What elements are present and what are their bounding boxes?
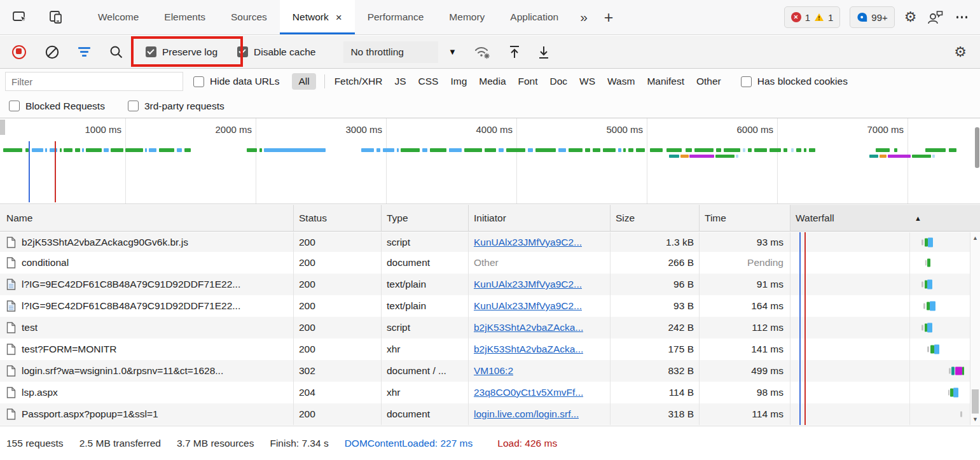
initiator-link[interactable]: VM106:2 [474, 365, 513, 377]
filter-type-js[interactable]: JS [394, 76, 406, 87]
blocked-requests-checkbox[interactable] [9, 101, 20, 111]
filter-type-other[interactable]: Other [696, 76, 721, 87]
file-icon [6, 365, 16, 377]
column-header-status[interactable]: Status [294, 205, 382, 231]
import-har-icon[interactable] [507, 45, 521, 60]
initiator-link[interactable]: KunUAlx23JMfVya9C2... [474, 279, 582, 290]
waterfall-bar-gray [948, 390, 949, 396]
initiator-link[interactable]: KunUAlx23JMfVya9C2... [474, 300, 582, 312]
overview-tick-label: 5000 ms [590, 124, 643, 135]
issues-badge[interactable]: ✕ 1 1 [784, 6, 841, 28]
filter-type-font[interactable]: Font [518, 76, 538, 87]
preserve-log-checkbox-group[interactable]: Preserve log [146, 46, 217, 58]
tab-welcome[interactable]: Welcome [85, 0, 151, 34]
disable-cache-checkbox-group[interactable]: Disable cache [237, 46, 315, 58]
filter-type-css[interactable]: CSS [418, 76, 439, 87]
request-type-cell: text/plain [382, 295, 469, 317]
table-row[interactable]: test200scriptb2jK53ShtA2vbaZAcka...242 B… [0, 317, 980, 338]
table-row[interactable]: login.srf?wa=wsignin1.0&rpsnv=11&ct=1628… [0, 360, 980, 382]
device-emulation-icon[interactable] [47, 9, 65, 25]
throttling-select[interactable]: No throttling [343, 41, 438, 63]
third-party-requests-group[interactable]: 3rd-party requests [128, 101, 224, 112]
filter-type-media[interactable]: Media [479, 76, 506, 87]
blocked-requests-group[interactable]: Blocked Requests [9, 101, 105, 112]
more-tabs-icon[interactable]: » [571, 0, 597, 34]
overview-scrollbar-thumb[interactable] [975, 127, 979, 168]
clear-network-log-icon[interactable] [45, 45, 60, 60]
column-header-initiator[interactable]: Initiator [469, 205, 611, 231]
tab-application[interactable]: Application [497, 0, 571, 34]
disable-cache-checkbox[interactable] [237, 46, 248, 57]
filter-type-img[interactable]: Img [450, 76, 467, 87]
filter-type-fetch-xhr[interactable]: Fetch/XHR [335, 76, 383, 87]
scrollbar-thumb[interactable] [972, 389, 979, 414]
new-tab-icon[interactable]: + [597, 0, 621, 34]
more-options-icon[interactable] [954, 16, 970, 18]
scroll-up-icon[interactable]: ▲ [970, 235, 980, 241]
filter-type-wasm[interactable]: Wasm [607, 76, 635, 87]
overview-request-segment [145, 148, 147, 152]
overview-request-segment [535, 148, 556, 152]
third-party-requests-checkbox[interactable] [128, 101, 139, 111]
overview-request-segment [50, 148, 57, 152]
record-network-log-button[interactable] [12, 45, 26, 59]
messages-badge[interactable]: 99+ [850, 6, 894, 28]
initiator-link[interactable]: b2jK53ShtA2vbaZAcka... [474, 322, 583, 333]
column-header-type[interactable]: Type [382, 205, 469, 231]
overview-request-segment [724, 148, 740, 152]
overview-request-segment [949, 148, 956, 152]
request-status-cell: 200 [294, 274, 382, 295]
filter-type-all[interactable]: All [292, 73, 315, 90]
request-type-cell: document [382, 252, 469, 274]
column-header-time[interactable]: Time [700, 205, 790, 231]
has-blocked-cookies-checkbox[interactable] [741, 76, 752, 87]
tab-sources[interactable]: Sources [218, 0, 280, 34]
network-settings-gear-icon[interactable]: ⚙ [954, 45, 967, 59]
filter-row: Hide data URLs All Fetch/XHRJSCSSImgMedi… [0, 69, 980, 94]
request-type-cell: script [382, 232, 469, 252]
scroll-down-icon[interactable]: ▼ [970, 416, 980, 422]
table-row[interactable]: b2jK53ShtA2vbaZAckacg90Gv6k.br.js200scri… [0, 232, 980, 252]
table-row[interactable]: lsp.aspx204xhr23q8CO0yCt1v5XmvFf...114 B… [0, 382, 980, 403]
filter-icon[interactable] [78, 47, 90, 57]
feedback-icon[interactable] [927, 9, 944, 25]
tab-network[interactable]: Network× [280, 0, 355, 34]
tab-memory[interactable]: Memory [436, 0, 497, 34]
table-row[interactable]: l?IG=9EC42DF61C8B48A79C91D92DDF71E22...2… [0, 274, 980, 295]
network-conditions-icon[interactable] [473, 44, 492, 60]
initiator-link[interactable]: KunUAlx23JMfVya9C2... [474, 237, 582, 248]
tab-elements[interactable]: Elements [151, 0, 218, 34]
overview-request-segment [783, 148, 787, 152]
tab-performance[interactable]: Performance [355, 0, 437, 34]
dom-content-loaded-time[interactable]: DOMContentLoaded: 227 ms [345, 438, 473, 449]
filter-input[interactable] [5, 72, 183, 91]
table-scrollbar[interactable]: ▲ ▼ [970, 232, 980, 425]
network-overview-timeline[interactable]: 1000 ms2000 ms3000 ms4000 ms5000 ms6000 … [0, 118, 980, 204]
table-row[interactable]: l?IG=9EC42DF61C8B48A79C91D92DDF71E22...2… [0, 295, 980, 317]
table-row[interactable]: Passport.aspx?popup=1&ssl=1200documentlo… [0, 403, 980, 425]
filter-type-manifest[interactable]: Manifest [647, 76, 684, 87]
devtools-settings-gear-icon[interactable]: ⚙ [904, 10, 917, 24]
hide-data-urls-group[interactable]: Hide data URLs [193, 76, 279, 87]
search-icon[interactable] [109, 45, 123, 59]
initiator-link[interactable]: login.live.com/login.srf... [474, 408, 579, 420]
close-icon[interactable]: × [336, 12, 342, 23]
has-blocked-cookies-group[interactable]: Has blocked cookies [741, 76, 848, 87]
filter-type-doc[interactable]: Doc [550, 76, 568, 87]
load-time[interactable]: Load: 426 ms [497, 438, 557, 449]
export-har-icon[interactable] [537, 45, 551, 60]
preserve-log-checkbox[interactable] [146, 46, 156, 57]
initiator-link[interactable]: b2jK53ShtA2vbaZAcka... [474, 344, 583, 355]
initiator-link[interactable]: 23q8CO0yCt1v5XmvFf... [474, 387, 583, 398]
column-header-waterfall[interactable]: Waterfall ▲ [790, 205, 980, 231]
hide-data-urls-checkbox[interactable] [193, 76, 204, 87]
table-row[interactable]: conditional200documentOther266 BPending [0, 252, 980, 274]
column-header-name[interactable]: Name [0, 205, 294, 231]
load-guide-line [804, 232, 806, 425]
column-header-size[interactable]: Size [611, 205, 700, 231]
table-row[interactable]: test?FORM=MONITR200xhrb2jK53ShtA2vbaZAck… [0, 338, 980, 360]
resource-type-filters: Fetch/XHRJSCSSImgMediaFontDocWSWasmManif… [335, 76, 721, 87]
inspect-element-icon[interactable] [11, 9, 29, 25]
throttling-caret-down-icon[interactable]: ▼ [448, 47, 457, 57]
filter-type-ws[interactable]: WS [579, 76, 595, 87]
